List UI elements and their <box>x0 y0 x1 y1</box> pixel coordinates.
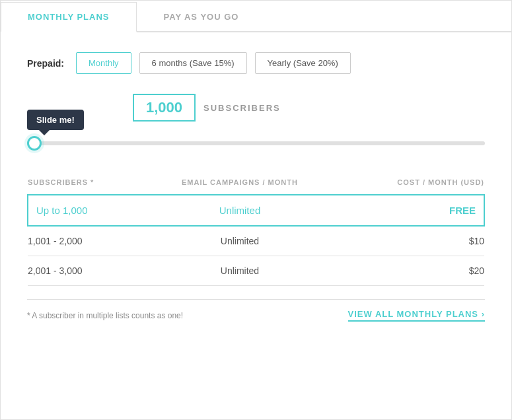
cell-campaigns: Unlimited <box>142 256 338 286</box>
tab-pay-as-you-go[interactable]: PAY AS YOU GO <box>137 2 266 32</box>
view-all-plans-link[interactable]: VIEW ALL MONTHLY PLANS › <box>348 309 485 322</box>
col-header-subscribers: SUBSCRIBERS * <box>28 178 142 195</box>
cell-campaigns: Unlimited <box>142 195 338 226</box>
prepaid-6months-button[interactable]: 6 months (Save 15%) <box>139 52 247 74</box>
cell-cost: $20 <box>338 256 484 286</box>
prepaid-yearly-button[interactable]: Yearly (Save 20%) <box>255 52 351 74</box>
slider-area: Slide me! <box>27 141 485 152</box>
cell-subscribers: 2,001 - 3,000 <box>28 256 142 286</box>
footer-row: * A subscriber in multiple lists counts … <box>27 299 485 322</box>
footer-note: * A subscriber in multiple lists counts … <box>27 311 183 320</box>
slide-me-tooltip: Slide me! <box>27 110 84 130</box>
pricing-container: MONTHLY PLANS PAY AS YOU GO Prepaid: Mon… <box>0 0 512 420</box>
prepaid-monthly-button[interactable]: Monthly <box>76 52 131 74</box>
tab-bar: MONTHLY PLANS PAY AS YOU GO <box>1 1 511 32</box>
cell-cost: FREE <box>338 195 484 226</box>
cell-campaigns: Unlimited <box>142 226 338 256</box>
prepaid-label: Prepaid: <box>27 58 64 69</box>
cell-subscribers: Up to 1,000 <box>28 195 142 226</box>
subscriber-unit-label: SUBSCRIBERS <box>203 103 281 113</box>
table-row: Up to 1,000 Unlimited FREE <box>28 195 484 226</box>
pricing-table: SUBSCRIBERS * EMAIL CAMPAIGNS / MONTH CO… <box>27 178 485 286</box>
prepaid-row: Prepaid: Monthly 6 months (Save 15%) Yea… <box>27 52 485 74</box>
col-header-cost: COST / MONTH (USD) <box>338 178 484 195</box>
main-content: Prepaid: Monthly 6 months (Save 15%) Yea… <box>1 32 511 335</box>
subscriber-row: 1,000 SUBSCRIBERS <box>27 94 485 122</box>
table-row: 2,001 - 3,000 Unlimited $20 <box>28 256 484 286</box>
table-header-row: SUBSCRIBERS * EMAIL CAMPAIGNS / MONTH CO… <box>28 178 484 195</box>
table-row: 1,001 - 2,000 Unlimited $10 <box>28 226 484 256</box>
cell-subscribers: 1,001 - 2,000 <box>28 226 142 256</box>
slider-track <box>27 141 485 145</box>
cell-cost: $10 <box>338 226 484 256</box>
col-header-campaigns: EMAIL CAMPAIGNS / MONTH <box>142 178 338 195</box>
subscriber-count: 1,000 <box>133 94 196 122</box>
tab-monthly-plans[interactable]: MONTHLY PLANS <box>1 2 137 32</box>
